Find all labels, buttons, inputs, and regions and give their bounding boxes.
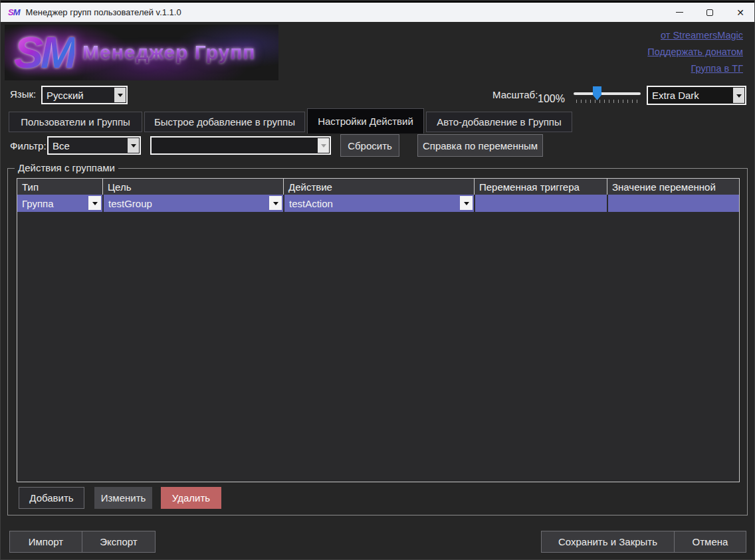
- tab-label: Пользователи и Группы: [21, 116, 130, 128]
- save-and-close-button[interactable]: Сохранить и Закрыть: [541, 531, 675, 553]
- group-actions-title: Действия с группами: [15, 162, 118, 173]
- brand-logo-sm: SM: [14, 27, 74, 78]
- actions-table-header: Тип Цель Действие Переменная триггера Зн…: [17, 179, 739, 195]
- titlebar[interactable]: SM Менеджер групп пользователей v.1.1.0 …: [1, 3, 755, 22]
- app-window: SM Менеджер групп пользователей v.1.1.0 …: [0, 0, 755, 560]
- scale-slider-track[interactable]: [574, 92, 641, 95]
- column-header-target[interactable]: Цель: [102, 179, 283, 195]
- theme-select-value: Extra Dark: [652, 90, 699, 101]
- chevron-down-icon: [460, 196, 473, 210]
- scale-label: Масштаб:: [492, 89, 538, 100]
- variables-help-button[interactable]: Справка по переменным: [417, 134, 543, 157]
- chevron-down-icon: [128, 138, 139, 153]
- language-select[interactable]: Русский: [41, 86, 128, 104]
- chevron-down-icon: [114, 88, 126, 102]
- theme-select[interactable]: Extra Dark: [647, 86, 746, 105]
- minimize-button[interactable]: [664, 3, 695, 22]
- external-links: от StreamersMagic Поддержать донатом Гру…: [647, 30, 743, 80]
- edit-action-button[interactable]: Изменить: [94, 487, 152, 509]
- cell-variable-value[interactable]: [607, 195, 739, 212]
- delete-action-button[interactable]: Удалить: [161, 487, 221, 509]
- maximize-button[interactable]: [695, 3, 725, 22]
- column-header-action[interactable]: Действие: [283, 179, 474, 195]
- close-button[interactable]: ✕: [725, 3, 755, 22]
- cell-action-value: testAction: [289, 198, 333, 209]
- brand-logo: SM Менеджер Групп: [5, 25, 278, 80]
- tab-label: Авто-добавление в Группы: [437, 116, 561, 128]
- chevron-down-icon: [88, 196, 101, 210]
- window-title: Менеджер групп пользователей v.1.1.0: [26, 7, 181, 17]
- chevron-down-icon: [733, 88, 744, 103]
- tab-users-and-groups[interactable]: Пользователи и Группы: [9, 112, 142, 132]
- column-header-type[interactable]: Тип: [17, 179, 102, 195]
- filter-type-value: Все: [53, 140, 70, 151]
- app-logo-icon: SM: [8, 7, 20, 17]
- cell-type-value: Группа: [22, 198, 54, 209]
- brand-logo-caption: Менеджер Групп: [82, 41, 255, 64]
- link-donate[interactable]: Поддержать донатом: [647, 47, 743, 57]
- cell-target-select[interactable]: testGroup: [102, 195, 283, 212]
- filter-variable-select[interactable]: [150, 136, 331, 155]
- add-action-button[interactable]: Добавить: [19, 487, 84, 509]
- tab-auto-add[interactable]: Авто-добавление в Группы: [426, 112, 572, 132]
- cancel-button[interactable]: Отмена: [674, 531, 746, 553]
- cell-target-value: testGroup: [108, 198, 152, 209]
- app-logo-icon-s: S: [8, 7, 13, 17]
- maximize-icon: [706, 9, 713, 16]
- chevron-down-icon: [269, 196, 282, 210]
- language-label: Язык:: [10, 88, 36, 100]
- reset-filter-button[interactable]: Сбросить: [340, 134, 399, 157]
- scale-value: 100%: [538, 93, 565, 105]
- cell-action-select[interactable]: testAction: [283, 195, 474, 212]
- tab-quick-add[interactable]: Быстрое добавление в группы: [144, 112, 305, 132]
- export-button[interactable]: Экспорт: [82, 531, 156, 553]
- chevron-down-icon: [318, 138, 329, 153]
- tab-label: Настройки Действий: [318, 116, 413, 127]
- minimize-icon: [676, 12, 683, 13]
- link-author[interactable]: от StreamersMagic: [647, 30, 743, 41]
- filter-type-select[interactable]: Все: [47, 136, 141, 155]
- cell-trigger-variable[interactable]: [474, 195, 607, 212]
- group-actions-box: Действия с группами Тип Цель Действие Пе…: [7, 168, 748, 515]
- scale-slider-ticks: [576, 100, 639, 103]
- window-controls: ✕: [664, 3, 755, 22]
- scale-slider-thumb[interactable]: [593, 86, 601, 100]
- actions-table: Тип Цель Действие Переменная триггера Зн…: [17, 178, 740, 482]
- tab-action-settings[interactable]: Настройки Действий: [307, 108, 424, 134]
- close-icon: ✕: [736, 8, 744, 17]
- app-logo-icon-m: M: [13, 7, 20, 17]
- tab-label: Быстрое добавление в группы: [154, 116, 295, 128]
- language-select-value: Русский: [47, 90, 84, 101]
- filter-label: Фильтр:: [10, 140, 47, 151]
- column-header-trigger-variable[interactable]: Переменная триггера: [474, 179, 607, 195]
- cell-type-select[interactable]: Группа: [17, 195, 102, 212]
- table-row-selected[interactable]: Группа testGroup testAction: [17, 195, 739, 212]
- import-button[interactable]: Импорт: [9, 531, 82, 553]
- column-header-variable-value[interactable]: Значение переменной: [607, 179, 739, 195]
- link-telegram-group[interactable]: Группа в ТГ: [647, 63, 743, 74]
